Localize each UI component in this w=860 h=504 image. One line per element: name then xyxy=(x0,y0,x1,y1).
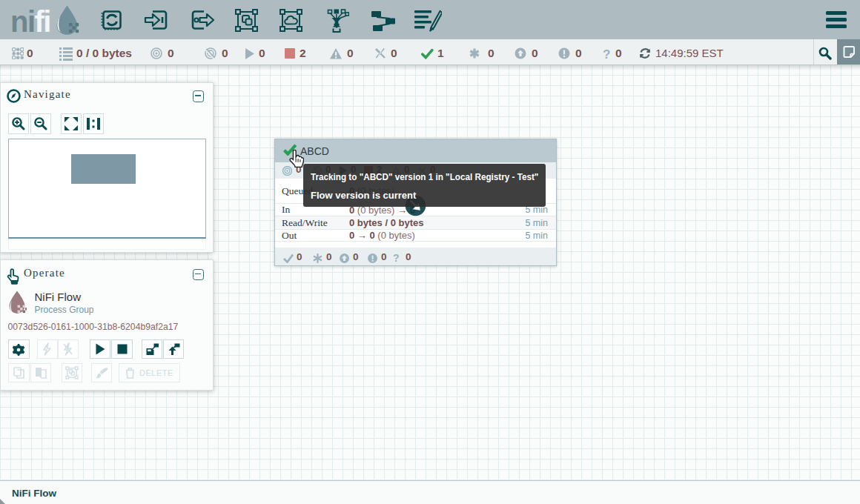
svg-text:?: ? xyxy=(393,253,400,263)
svg-text:fi: fi xyxy=(35,5,50,38)
svg-text:ni: ni xyxy=(10,5,35,38)
svg-text:?: ? xyxy=(603,47,610,60)
